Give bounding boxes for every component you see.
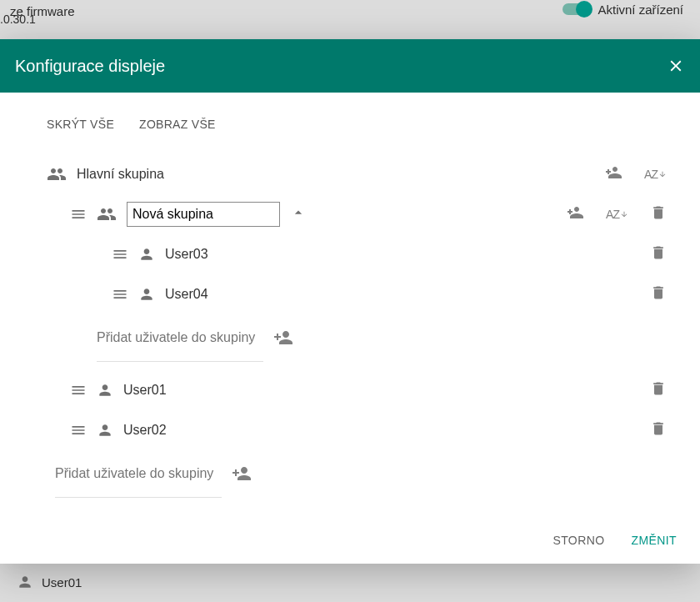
list-item: User04 bbox=[47, 274, 667, 314]
drag-handle-icon[interactable] bbox=[112, 286, 128, 303]
delete-icon[interactable] bbox=[650, 420, 667, 440]
sort-az-icon[interactable]: AZ bbox=[606, 208, 628, 221]
group-icon bbox=[47, 164, 67, 184]
drag-handle-icon[interactable] bbox=[112, 246, 128, 263]
add-user-input[interactable] bbox=[97, 325, 262, 351]
person-icon bbox=[17, 574, 33, 590]
modal-footer: STORNO ZMĚNIT bbox=[0, 517, 700, 564]
add-subgroup-icon[interactable] bbox=[564, 203, 584, 226]
sub-group-row: AZ bbox=[47, 194, 667, 234]
drag-handle-icon[interactable] bbox=[70, 422, 87, 439]
cancel-button[interactable]: STORNO bbox=[552, 534, 604, 547]
delete-icon[interactable] bbox=[650, 204, 667, 224]
person-icon bbox=[97, 382, 113, 399]
sort-az-icon[interactable]: AZ bbox=[644, 168, 667, 181]
chevron-up-icon[interactable] bbox=[290, 204, 307, 224]
list-item: User02 bbox=[47, 410, 667, 450]
add-user-row bbox=[55, 450, 667, 497]
user-name: User04 bbox=[165, 287, 208, 302]
display-config-modal: Konfigurace displeje SKRÝT VŠE ZOBRAZ VŠ… bbox=[0, 39, 700, 564]
modal-title: Konfigurace displeje bbox=[15, 57, 165, 76]
list-item: User03 bbox=[47, 234, 667, 274]
background-user-row[interactable]: User01 bbox=[0, 562, 700, 602]
show-all-button[interactable]: ZOBRAZ VŠE bbox=[139, 118, 216, 131]
person-icon bbox=[138, 246, 155, 263]
modal-header: Konfigurace displeje bbox=[0, 39, 700, 93]
group-icon bbox=[97, 204, 117, 224]
sub-group-name-input[interactable] bbox=[127, 202, 280, 227]
top-actions: SKRÝT VŠE ZOBRAZ VŠE bbox=[47, 118, 667, 131]
drag-handle-icon[interactable] bbox=[70, 382, 87, 399]
modal-body: SKRÝT VŠE ZOBRAZ VŠE Hlavní skupina AZ bbox=[0, 93, 700, 517]
person-add-icon[interactable] bbox=[232, 464, 252, 484]
hide-all-button[interactable]: SKRÝT VŠE bbox=[47, 118, 114, 131]
active-device-toggle[interactable] bbox=[562, 3, 591, 15]
main-group-row: Hlavní skupina AZ bbox=[47, 154, 667, 194]
background-user-name: User01 bbox=[42, 575, 82, 589]
add-group-icon[interactable] bbox=[602, 163, 622, 186]
main-group-label: Hlavní skupina bbox=[77, 167, 164, 182]
list-item: User01 bbox=[47, 370, 667, 410]
close-icon[interactable] bbox=[667, 57, 685, 75]
confirm-button[interactable]: ZMĚNIT bbox=[631, 534, 677, 547]
user-name: User02 bbox=[123, 423, 167, 438]
add-user-row bbox=[97, 314, 667, 361]
delete-icon[interactable] bbox=[650, 244, 667, 264]
drag-handle-icon[interactable] bbox=[70, 206, 87, 223]
person-icon bbox=[138, 286, 155, 303]
delete-icon[interactable] bbox=[650, 380, 667, 400]
person-add-icon[interactable] bbox=[273, 328, 293, 348]
delete-icon[interactable] bbox=[650, 284, 667, 304]
active-device-label: Aktivní zařízení bbox=[598, 3, 683, 17]
person-icon bbox=[97, 422, 113, 439]
user-name: User01 bbox=[123, 383, 167, 398]
firmware-version: .0.30.1 bbox=[0, 13, 36, 26]
user-name: User03 bbox=[165, 247, 208, 262]
add-user-input[interactable] bbox=[55, 461, 220, 487]
